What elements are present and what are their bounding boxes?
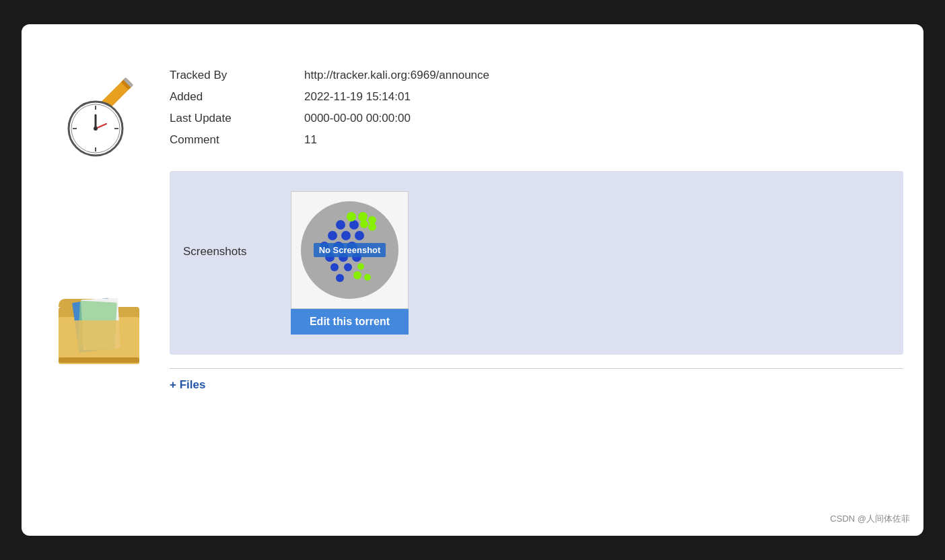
files-toggle-link[interactable]: + Files: [170, 378, 205, 391]
clock-pencil-icon: [55, 65, 149, 159]
folder-icon: [55, 280, 149, 374]
added-value: 2022-11-19 15:14:01: [304, 90, 411, 104]
edit-torrent-button[interactable]: Edit this torrent: [291, 309, 409, 335]
no-screenshot-label: No Screenshot: [314, 243, 386, 257]
tracked-by-value: http://tracker.kali.org:6969/announce: [304, 69, 489, 82]
svg-point-14: [94, 127, 98, 131]
last-update-value: 0000-00-00 00:00:00: [304, 112, 411, 125]
svg-rect-20: [59, 320, 139, 362]
comment-value: 11: [304, 133, 317, 147]
svg-rect-21: [59, 357, 139, 363]
files-section: + Files: [170, 368, 903, 401]
last-update-row: Last Update 0000-00-00 00:00:00: [170, 108, 903, 129]
watermark: CSDN @人间体佐菲: [830, 513, 910, 525]
tracked-by-row: Tracked By http://tracker.kali.org:6969/…: [170, 65, 903, 86]
content-area: Tracked By http://tracker.kali.org:6969/…: [170, 51, 903, 509]
tracked-by-label: Tracked By: [170, 69, 304, 82]
added-label: Added: [170, 90, 304, 104]
screenshots-label: Screenshots: [183, 191, 271, 258]
comment-row: Comment 11: [170, 129, 903, 151]
main-window: Tracked By http://tracker.kali.org:6969/…: [22, 24, 923, 536]
left-icons-panel: [48, 51, 170, 509]
comment-label: Comment: [170, 133, 304, 147]
screenshots-section: Screenshots: [170, 171, 903, 355]
no-screenshot-box: No Screenshot: [291, 191, 409, 309]
last-update-label: Last Update: [170, 112, 304, 125]
added-row: Added 2022-11-19 15:14:01: [170, 86, 903, 108]
info-table: Tracked By http://tracker.kali.org:6969/…: [170, 51, 903, 171]
screenshot-placeholder: No Screenshot Edit this torrent: [291, 191, 409, 335]
